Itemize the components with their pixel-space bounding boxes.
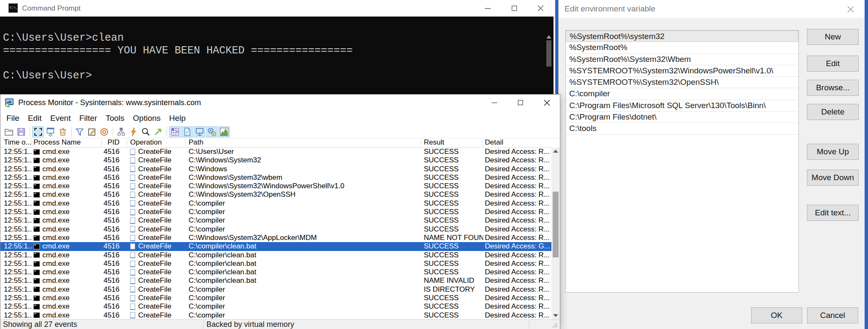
cmd-scrollbar[interactable] — [545, 34, 553, 94]
table-row[interactable]: 12:55:1...cmd.exe4516CreateFileC:\compil… — [0, 216, 551, 225]
env-list-item[interactable]: %SystemRoot%\System32\Wbem — [566, 54, 798, 65]
table-row[interactable]: 12:55:1...cmd.exe4516CreateFileC:\Window… — [0, 234, 551, 242]
table-row[interactable]: 12:55:1...cmd.exe4516CreateFileC:\compil… — [0, 242, 551, 251]
env-list-item[interactable]: C:\compiler — [566, 88, 798, 100]
column-header-pid[interactable]: PID — [96, 138, 120, 147]
edit-button[interactable]: Edit — [807, 56, 859, 72]
open-icon[interactable] — [3, 126, 14, 137]
delete-button[interactable]: Delete — [807, 104, 859, 120]
procmon-close-button[interactable] — [534, 95, 560, 111]
cmd-maximize-button[interactable] — [501, 0, 527, 17]
table-row[interactable]: 12:55:1...cmd.exe4516CreateFileC:\Window… — [0, 156, 551, 164]
dialog-titlebar[interactable]: Edit environment variable — [559, 0, 865, 18]
menu-options[interactable]: Options — [129, 114, 165, 123]
column-separator[interactable] — [31, 139, 31, 146]
table-row[interactable]: 12:55:1...cmd.exe4516CreateFileC:\compil… — [0, 311, 551, 320]
column-separator[interactable] — [421, 139, 421, 146]
env-list-item[interactable]: %SystemRoot%\system32 — [566, 31, 798, 42]
cell-time: 12:55:1... — [4, 165, 32, 173]
table-scrollbar[interactable] — [551, 148, 560, 319]
capture-icon[interactable] — [32, 126, 44, 137]
menu-tools[interactable]: Tools — [101, 114, 128, 123]
column-header-path[interactable]: Path — [189, 138, 421, 147]
table-header: Time o...Process NamePIDOperationPathRes… — [0, 138, 551, 148]
include-process-icon[interactable] — [98, 126, 110, 137]
env-list-item[interactable]: C:\Program Files\dotnet\ — [566, 112, 798, 123]
env-list-item[interactable]: %SYSTEMROOT%\System32\WindowsPowerShell\… — [566, 65, 798, 77]
table-row[interactable]: 12:55:1...cmd.exe4516CreateFileC:\compil… — [0, 276, 551, 285]
lightning-icon[interactable] — [128, 126, 139, 137]
cell-path: C:\compiler — [189, 311, 421, 320]
column-header-result[interactable]: Result — [424, 138, 483, 147]
env-list-item[interactable]: %SystemRoot% — [566, 42, 798, 53]
procmon-maximize-button[interactable] — [507, 95, 534, 111]
profiling-events-icon[interactable] — [218, 126, 230, 137]
cmd-minimize-button[interactable] — [475, 0, 501, 17]
save-icon[interactable] — [15, 126, 27, 137]
cmd-close-button[interactable] — [527, 0, 554, 17]
scrollbar-thumb[interactable] — [553, 192, 559, 257]
file-system-activity-icon[interactable] — [181, 126, 193, 137]
registry-activity-icon[interactable] — [169, 126, 181, 137]
column-header-detail[interactable]: Detail — [485, 138, 551, 147]
jump-to-icon[interactable] — [152, 126, 164, 137]
scroll-up-icon[interactable] — [546, 35, 551, 39]
table-row[interactable]: 12:55:1...cmd.exe4516CreateFileC:\compil… — [0, 225, 551, 234]
process-thread-activity-icon[interactable] — [206, 126, 217, 137]
column-header-operation[interactable]: Operation — [130, 138, 187, 147]
table-row[interactable]: 12:55:1...cmd.exe4516CreateFileC:\Users\… — [0, 148, 551, 156]
table-row[interactable]: 12:55:1...cmd.exe4516CreateFileC:\compil… — [0, 285, 551, 294]
new-button[interactable]: New — [807, 29, 859, 45]
env-variable-list[interactable]: %SystemRoot%\system32%SystemRoot%%System… — [565, 30, 799, 293]
find-icon[interactable] — [140, 126, 151, 137]
table-row[interactable]: 12:55:1...cmd.exe4516CreateFileC:\compil… — [0, 259, 551, 268]
column-separator[interactable] — [101, 139, 102, 146]
highlight-icon[interactable] — [86, 126, 97, 137]
autoscroll-icon[interactable] — [45, 126, 56, 137]
scroll-down-icon[interactable] — [553, 314, 558, 317]
edit-text-button[interactable]: Edit text... — [807, 205, 859, 221]
table-row[interactable]: 12:55:1...cmd.exe4516CreateFileC:\Window… — [0, 165, 551, 173]
column-separator[interactable] — [127, 139, 127, 146]
network-activity-icon[interactable] — [194, 126, 205, 137]
table-row[interactable]: 12:55:1...cmd.exe4516CreateFileC:\compil… — [0, 251, 551, 259]
move-up-button[interactable]: Move Up — [807, 144, 859, 160]
scroll-up-icon[interactable] — [553, 150, 558, 153]
column-header-process-name[interactable]: Process Name — [33, 138, 95, 147]
ok-button[interactable]: OK — [751, 307, 802, 323]
cmd-scrollbar-thumb[interactable] — [546, 40, 551, 67]
procmon-titlebar[interactable]: Process Monitor - Sysinternals: www.sysi… — [0, 95, 560, 111]
move-down-button[interactable]: Move Down — [807, 170, 859, 186]
filter-icon[interactable] — [74, 126, 85, 137]
table-row[interactable]: 12:55:1...cmd.exe4516CreateFileC:\compil… — [0, 208, 551, 216]
env-list-item[interactable]: %SYSTEMROOT%\System32\OpenSSH\ — [566, 77, 798, 88]
menu-filter[interactable]: Filter — [75, 114, 101, 123]
table-row[interactable]: 12:55:1...cmd.exe4516CreateFileC:\Window… — [0, 182, 551, 190]
browse-button[interactable]: Browse... — [807, 80, 859, 96]
procmon-minimize-button[interactable] — [481, 95, 507, 111]
menu-help[interactable]: Help — [165, 114, 190, 123]
process-tree-icon[interactable] — [115, 126, 127, 137]
resize-grip-icon[interactable] — [552, 322, 558, 329]
table-row[interactable]: 12:55:1...cmd.exe4516CreateFileC:\Window… — [0, 190, 551, 199]
menu-event[interactable]: Event — [46, 114, 75, 123]
cell-path: C:\compiler\clean.bat — [189, 242, 421, 251]
column-separator[interactable] — [482, 139, 482, 146]
table-row[interactable]: 12:55:1...cmd.exe4516CreateFileC:\compil… — [0, 268, 551, 276]
clear-icon[interactable] — [57, 126, 68, 137]
terminal-output[interactable]: C:\Users\User>clean================= YOU… — [0, 17, 554, 94]
menu-edit[interactable]: Edit — [24, 114, 46, 123]
column-header-time-of-day[interactable]: Time o... — [4, 138, 32, 147]
table-row[interactable]: 12:55:1...cmd.exe4516CreateFileC:\compil… — [0, 199, 551, 208]
table-row[interactable]: 12:55:1...cmd.exe4516CreateFileC:\Window… — [0, 173, 551, 182]
cmd-titlebar[interactable]: Command Prompt — [0, 0, 554, 17]
dialog-close-button[interactable] — [845, 4, 856, 15]
env-list-item[interactable]: C:\Program Files\Microsoft SQL Server\13… — [566, 100, 798, 112]
table-row[interactable]: 12:55:1...cmd.exe4516CreateFileC:\compil… — [0, 294, 551, 302]
cancel-button[interactable]: Cancel — [807, 307, 858, 323]
menu-file[interactable]: File — [2, 114, 24, 123]
cmd-exe-icon — [33, 270, 40, 275]
env-list-item[interactable]: C:\tools — [566, 123, 798, 134]
table-row[interactable]: 12:55:1...cmd.exe4516CreateFileC:\compil… — [0, 302, 551, 311]
column-separator[interactable] — [185, 139, 186, 146]
